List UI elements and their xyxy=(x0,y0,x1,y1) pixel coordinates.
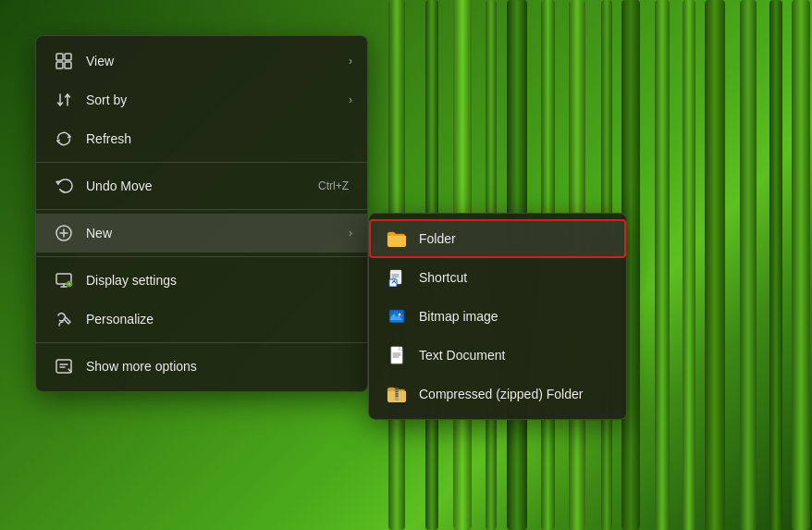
menu-item-new[interactable]: New › xyxy=(36,214,367,253)
folder-label: Folder xyxy=(419,231,611,246)
menu-item-sort[interactable]: Sort by › xyxy=(36,80,367,119)
submenu-item-shortcut[interactable]: Shortcut xyxy=(369,258,626,297)
menu-item-view[interactable]: View › xyxy=(36,42,367,80)
svg-rect-26 xyxy=(396,393,399,395)
submenu-item-folder[interactable]: Folder xyxy=(369,219,626,258)
more-icon xyxy=(51,353,77,379)
menu-item-more[interactable]: Show more options xyxy=(36,347,367,386)
sort-label: Sort by xyxy=(86,92,345,107)
text-doc-label: Text Document xyxy=(419,348,611,363)
separator-3 xyxy=(36,256,367,257)
view-label: View xyxy=(86,54,345,68)
svg-rect-25 xyxy=(396,391,399,393)
refresh-label: Refresh xyxy=(86,131,352,146)
menu-item-personalize[interactable]: Personalize xyxy=(36,300,367,339)
context-menu: View › Sort by › Refresh xyxy=(35,35,368,392)
submenu-item-bitmap[interactable]: Bitmap image xyxy=(369,297,626,336)
svg-rect-0 xyxy=(56,54,63,60)
menu-item-display[interactable]: Display settings xyxy=(36,261,367,300)
submenu-new: Folder Shortcut Bitmap im xyxy=(368,213,627,420)
display-label: Display settings xyxy=(86,273,352,288)
new-arrow: › xyxy=(349,227,352,240)
bitmap-icon xyxy=(384,303,410,329)
svg-rect-24 xyxy=(396,388,399,390)
svg-rect-19 xyxy=(390,311,394,314)
zip-icon xyxy=(384,381,410,407)
submenu-item-zip[interactable]: Compressed (zipped) Folder xyxy=(369,375,626,413)
sort-arrow: › xyxy=(349,93,352,106)
svg-rect-27 xyxy=(396,396,399,398)
refresh-icon xyxy=(51,126,77,152)
separator-4 xyxy=(36,342,367,343)
more-label: Show more options xyxy=(86,359,352,374)
grid-icon xyxy=(51,48,77,74)
personalize-label: Personalize xyxy=(86,312,352,327)
shortcut-icon xyxy=(384,265,410,290)
undo-icon xyxy=(51,173,77,199)
sort-icon xyxy=(51,87,77,113)
menu-item-refresh[interactable]: Refresh xyxy=(36,119,367,158)
undo-shortcut: Ctrl+Z xyxy=(318,179,349,192)
svg-rect-13 xyxy=(56,360,71,373)
zip-label: Compressed (zipped) Folder xyxy=(419,387,611,401)
svg-rect-3 xyxy=(65,62,71,68)
menu-item-undo[interactable]: Undo Move Ctrl+Z xyxy=(36,166,367,205)
text-doc-icon xyxy=(384,342,410,368)
separator-1 xyxy=(36,162,367,163)
separator-2 xyxy=(36,209,367,210)
personalize-icon xyxy=(51,306,77,332)
display-icon xyxy=(51,267,77,293)
svg-point-21 xyxy=(399,314,401,316)
svg-rect-1 xyxy=(65,54,71,60)
folder-icon xyxy=(384,226,410,252)
submenu-item-text[interactable]: Text Document xyxy=(369,336,626,375)
shortcut-label: Shortcut xyxy=(419,270,611,285)
svg-rect-2 xyxy=(56,62,63,68)
new-label: New xyxy=(86,226,345,240)
undo-label: Undo Move xyxy=(86,179,318,193)
new-icon xyxy=(51,220,77,246)
view-arrow: › xyxy=(349,55,352,68)
bitmap-label: Bitmap image xyxy=(419,309,611,324)
